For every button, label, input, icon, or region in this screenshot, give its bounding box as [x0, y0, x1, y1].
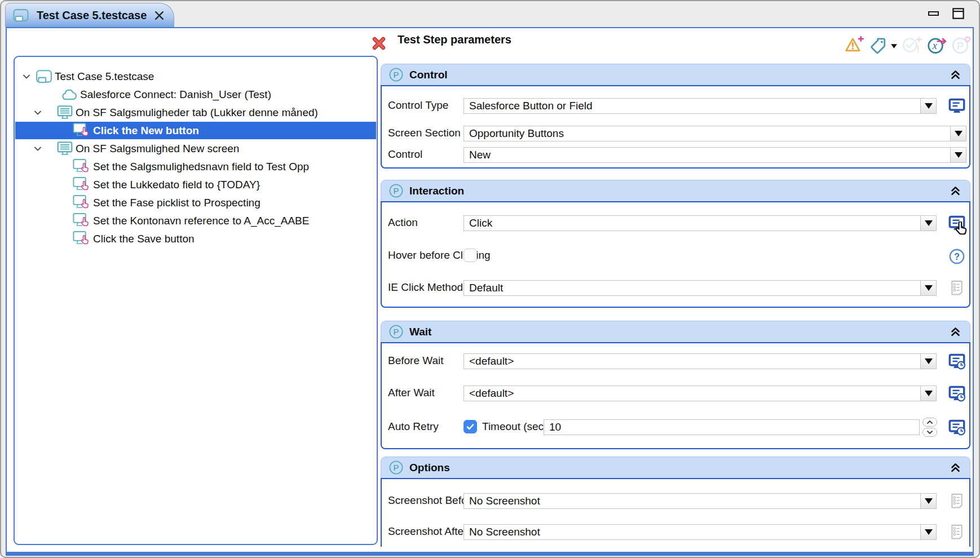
extract-variable-icon[interactable] — [926, 36, 947, 54]
click-step-icon — [72, 230, 91, 247]
click-step-icon — [72, 176, 91, 193]
section-control-body: Control Type Salesforce Button or Field … — [381, 85, 970, 169]
ie-click-method-select[interactable]: Default — [463, 280, 937, 296]
section-interaction-body: Action Click Hover before Clicking IE Cl… — [381, 201, 970, 308]
hover-before-clicking-checkbox[interactable] — [463, 249, 477, 262]
section-options-header: Options — [381, 457, 970, 478]
tree-item[interactable]: Set the Salgsmulighedsnavn field to Test… — [15, 158, 376, 175]
tree-item-label: Set the Lukkedato field to {TODAY} — [93, 179, 260, 191]
chevron-down-icon[interactable] — [32, 108, 43, 117]
add-warning-icon[interactable] — [844, 36, 865, 55]
before-wait-select[interactable]: <default> — [463, 353, 937, 369]
close-icon[interactable] — [154, 10, 165, 21]
tree-item[interactable]: Set the Lukkedato field to {TODAY} — [15, 176, 376, 193]
tree-item-selected[interactable]: Click the New button — [15, 122, 376, 139]
after-wait-select[interactable]: <default> — [463, 386, 937, 401]
tree-item[interactable]: Click the Save button — [15, 230, 376, 247]
check-icon — [466, 423, 475, 431]
dropdown-arrow-icon[interactable] — [950, 148, 966, 162]
field-label: Action — [388, 216, 418, 229]
collapse-icon[interactable] — [950, 186, 961, 196]
add-check-icon — [902, 36, 922, 54]
screen-section-select[interactable]: Opportunity Buttons — [463, 126, 966, 141]
tree-item-label: On SF Salgsmuligheder tab (Lukker denne … — [76, 107, 318, 119]
click-step-icon — [72, 194, 91, 211]
list-icon — [948, 524, 965, 541]
section-title: Interaction — [409, 185, 464, 197]
screenshot-before-select[interactable]: No Screenshot — [463, 493, 937, 509]
field-label: Control Type — [388, 99, 448, 112]
tree-item-label: On SF Salgsmulighed New screen — [76, 143, 239, 155]
dropdown-arrow-icon[interactable] — [920, 386, 936, 401]
tree-item-label: Set the Salgsmulighedsnavn field to Test… — [93, 161, 309, 173]
section-interaction-header: Interaction — [381, 180, 970, 201]
minimize-button[interactable] — [928, 8, 940, 19]
help-icon[interactable] — [948, 248, 965, 265]
auto-retry-checkbox[interactable] — [463, 420, 477, 433]
section-title: Wait — [409, 326, 431, 338]
tree-item-label: Set the Kontonavn reference to A_Acc_AAB… — [93, 215, 309, 227]
tree-item[interactable]: Test Case 5.testcase — [15, 68, 376, 85]
tree-item[interactable]: Set the Fase picklist to Prospecting — [15, 194, 376, 211]
tree-item[interactable]: On SF Salgsmulighed New screen — [15, 140, 376, 157]
section-title: Options — [409, 462, 450, 474]
tab-title: Test Case 5.testcase — [37, 9, 147, 22]
panel-title: Test Step parameters — [398, 33, 511, 46]
mouse-cursor-icon — [955, 222, 969, 236]
dropdown-arrow-icon[interactable] — [920, 525, 936, 539]
tab-test-case-5[interactable]: Test Case 5.testcase — [5, 3, 174, 27]
dropdown-arrow-icon[interactable] — [920, 494, 936, 508]
dropdown-arrow-icon[interactable] — [920, 99, 936, 113]
dropdown-arrow-icon[interactable] — [920, 354, 936, 369]
hover-before-clicking-row: Hover before Clicking — [382, 248, 969, 264]
tree-item[interactable]: On SF Salgsmuligheder tab (Lukker denne … — [15, 104, 376, 121]
dropdown-arrow-icon[interactable] — [920, 216, 936, 231]
field-label: Screen Section — [388, 127, 461, 139]
collapse-icon[interactable] — [950, 463, 961, 472]
tag-icon[interactable] — [869, 37, 888, 55]
provar-icon — [389, 67, 404, 82]
test-steps-tree: Test Case 5.testcase Salesforce Connect:… — [14, 56, 378, 545]
auto-retry-row: Auto Retry Timeout (seconds) — [382, 419, 969, 435]
maximize-button[interactable] — [952, 7, 965, 20]
screen-wait-icon[interactable] — [948, 353, 965, 370]
action-select[interactable]: Click — [463, 215, 937, 231]
screen-wait-icon[interactable] — [948, 419, 965, 436]
section-control-header: Control — [381, 64, 970, 85]
list-icon — [948, 493, 965, 510]
control-type-row: Control Type Salesforce Button or Field — [382, 98, 969, 114]
section-wait-body: Before Wait <default> After Wait <defaul… — [381, 342, 970, 449]
collapse-icon[interactable] — [950, 327, 961, 336]
field-label: Auto Retry — [388, 420, 439, 433]
screen-wait-icon[interactable] — [948, 385, 965, 402]
stepper-down-icon[interactable] — [922, 428, 937, 437]
tree-item[interactable]: Set the Kontonavn reference to A_Acc_AAB… — [15, 212, 376, 229]
chevron-down-icon[interactable] — [21, 72, 32, 81]
tree-item-label: Salesforce Connect: Danish_User (Test) — [80, 88, 271, 101]
chevron-down-icon[interactable] — [890, 42, 898, 50]
tree-item[interactable]: Salesforce Connect: Danish_User (Test) — [15, 86, 376, 103]
dropdown-arrow-icon[interactable] — [920, 281, 936, 295]
list-icon — [948, 280, 965, 296]
control-type-select[interactable]: Salesforce Button or Field — [463, 98, 937, 114]
tree-item-label: Click the New button — [93, 125, 199, 137]
field-label: After Wait — [388, 387, 435, 399]
control-select[interactable]: New — [463, 147, 966, 163]
screenshot-after-select[interactable]: No Screenshot — [463, 524, 937, 540]
timeout-input[interactable] — [544, 419, 920, 435]
provar-icon — [389, 183, 404, 198]
before-wait-row: Before Wait <default> — [382, 353, 969, 369]
tree-item-label: Set the Fase picklist to Prospecting — [93, 197, 261, 209]
dropdown-arrow-icon[interactable] — [950, 126, 966, 141]
stepper-up-icon[interactable] — [922, 418, 937, 427]
collapse-icon[interactable] — [950, 70, 961, 79]
section-options-body: Screenshot Before No Screenshot Screensh… — [381, 478, 970, 547]
screenshot-after-row: Screenshot After No Screenshot — [382, 524, 969, 540]
provar-icon — [389, 460, 404, 475]
error-icon — [371, 36, 387, 51]
cloud-icon — [61, 87, 78, 103]
screen-picker-icon[interactable] — [948, 98, 965, 114]
timeout-stepper[interactable] — [922, 418, 937, 437]
chevron-down-icon[interactable] — [32, 144, 43, 153]
section-wait: Wait Before Wait <default> After Wait <d… — [381, 321, 970, 449]
